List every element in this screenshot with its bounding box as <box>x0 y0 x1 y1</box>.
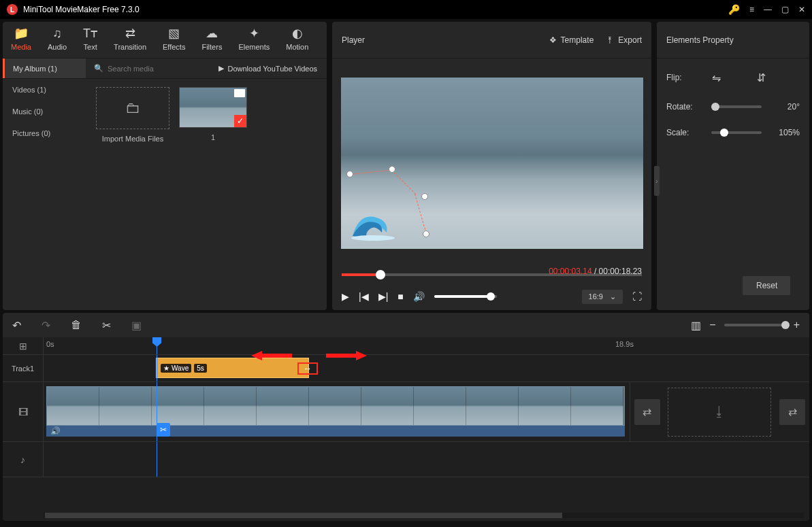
minimize-icon[interactable]: — <box>764 5 772 14</box>
timeline-toolbar: ↶ ↷ 🗑 ✂ ▣ ▥ − + <box>3 313 809 337</box>
app-title: MiniTool MovieMaker Free 7.3.0 <box>23 5 140 14</box>
rotate-slider[interactable] <box>711 105 762 108</box>
property-title: Elements Property <box>657 22 809 58</box>
media-thumbnail[interactable]: ✓ 1 <box>179 87 247 141</box>
rotate-value: 20° <box>773 102 800 112</box>
motion-keyframe[interactable] <box>346 171 353 177</box>
aspect-ratio-select[interactable]: 16:9⌄ <box>582 290 623 304</box>
seek-thumb[interactable] <box>376 270 385 279</box>
player-panel: Player ❖Template ⭱Export <box>332 22 651 310</box>
wave-sticker-icon[interactable] <box>349 205 398 241</box>
tab-media[interactable]: 📁Media <box>3 22 39 58</box>
music-icon: ♫ <box>52 27 62 40</box>
tab-filters[interactable]: ☁Filters <box>193 22 230 58</box>
video-type-icon <box>234 89 245 97</box>
playhead-line <box>157 355 157 381</box>
effects-icon: ▧ <box>168 27 180 40</box>
crop-button[interactable]: ▣ <box>131 319 142 332</box>
redo-button[interactable]: ↷ <box>42 319 50 332</box>
activate-icon[interactable]: 🔑 <box>728 4 740 15</box>
transition-after-button[interactable]: ⇄ <box>779 399 805 425</box>
reset-button[interactable]: Reset <box>743 276 790 295</box>
flip-horizontal-button[interactable]: ⇋ <box>706 69 726 86</box>
chevron-down-icon: ⌄ <box>610 292 616 301</box>
tab-effects[interactable]: ▧Effects <box>155 22 193 58</box>
menu-icon[interactable]: ≡ <box>749 5 754 14</box>
undo-button[interactable]: ↶ <box>12 319 21 332</box>
time-display: 00:00:03.14 / 00:00:18.23 <box>549 267 642 276</box>
timeline-scrollbar[interactable] <box>44 513 804 518</box>
split-button[interactable]: ✂ <box>102 319 111 332</box>
preview-canvas[interactable] <box>341 78 643 249</box>
delete-button[interactable]: 🗑 <box>71 319 82 331</box>
transition-icon: ⇄ <box>125 27 135 40</box>
export-button[interactable]: ⭱Export <box>606 35 642 45</box>
layers-icon: ❖ <box>549 35 557 45</box>
timeline: ⊞ 0s 18.9s Track1 ★ Wave 5s ↔ 🎞 🔊 <box>3 337 809 521</box>
volume-icon[interactable]: 🔊 <box>413 291 425 302</box>
audio-track-icon: ♪ <box>3 442 44 477</box>
clip-audio-strip[interactable]: 🔊 <box>46 426 625 437</box>
playhead-line <box>157 442 157 477</box>
flip-vertical-button[interactable]: ⇵ <box>751 69 771 86</box>
tab-elements[interactable]: ✦Elements <box>230 22 278 58</box>
scale-slider[interactable] <box>711 131 762 134</box>
player-title: Player <box>342 35 365 45</box>
close-icon[interactable]: ✕ <box>798 5 805 14</box>
zoom-slider[interactable] <box>724 324 785 326</box>
instruction-arrow-right <box>326 351 367 358</box>
folder-icon: 📁 <box>14 27 29 40</box>
media-panel: 📁Media ♫Audio TᴛText ⇄Transition ▧Effect… <box>3 22 327 310</box>
zoom-in-button[interactable]: + <box>794 319 800 331</box>
next-frame-button[interactable]: ▶| <box>378 291 389 302</box>
motion-path <box>391 170 416 194</box>
play-button[interactable]: ▶ <box>342 291 349 302</box>
side-videos[interactable]: Videos (1) <box>3 79 88 101</box>
youtube-icon: ▶ <box>218 64 224 73</box>
tab-text[interactable]: TᴛText <box>75 22 105 58</box>
search-input[interactable]: 🔍Search media <box>86 58 218 78</box>
motion-keyframe[interactable] <box>389 166 395 173</box>
maximize-icon[interactable]: ▢ <box>781 5 789 14</box>
drop-media-zone[interactable]: ⭳ <box>668 388 771 437</box>
motion-keyframe[interactable] <box>423 231 429 237</box>
time-ruler[interactable]: 0s 18.9s <box>44 337 809 354</box>
scale-label: Scale: <box>666 128 700 137</box>
speaker-icon: 🔊 <box>50 426 61 436</box>
split-marker-icon[interactable]: ✂ <box>157 423 170 437</box>
add-track-button[interactable]: ⊞ <box>3 337 44 354</box>
app-logo: L <box>7 4 18 15</box>
check-icon: ✓ <box>234 115 246 127</box>
thumb-label: 1 <box>179 133 247 141</box>
template-button[interactable]: ❖Template <box>549 35 594 45</box>
video-track-icon: 🎞 <box>3 382 44 441</box>
volume-slider[interactable] <box>434 295 497 298</box>
svg-marker-1 <box>251 351 292 360</box>
stop-button[interactable]: ■ <box>397 291 403 302</box>
rotate-label: Rotate: <box>666 102 700 112</box>
search-icon: 🔍 <box>94 64 103 73</box>
video-clip[interactable] <box>46 386 625 426</box>
motion-keyframe[interactable] <box>421 193 428 200</box>
filters-icon: ☁ <box>206 27 218 40</box>
zoom-out-button[interactable]: − <box>709 319 715 331</box>
side-music[interactable]: Music (0) <box>3 101 88 122</box>
export-icon: ⭱ <box>606 35 614 45</box>
transition-before-button[interactable]: ⇄ <box>634 399 660 425</box>
side-pictures[interactable]: Pictures (0) <box>3 122 88 144</box>
download-youtube-button[interactable]: ▶Download YouTube Videos <box>218 58 327 78</box>
tab-motion[interactable]: ◐Motion <box>278 22 316 58</box>
tab-audio[interactable]: ♫Audio <box>39 22 75 58</box>
panel-collapse-handle[interactable]: › <box>654 166 660 196</box>
clip-resize-handle[interactable]: ↔ <box>297 362 318 375</box>
fit-zoom-button[interactable]: ▥ <box>691 319 701 332</box>
my-album-tab[interactable]: My Album (1) <box>3 58 86 78</box>
seek-progress <box>342 273 380 276</box>
tab-transition[interactable]: ⇄Transition <box>105 22 155 58</box>
import-media-button[interactable]: 🗀 <box>96 87 169 129</box>
fullscreen-button[interactable]: ⛶ <box>632 291 642 302</box>
playhead[interactable] <box>157 337 157 354</box>
import-label: Import Media Files <box>96 135 169 143</box>
sticker-clip[interactable]: ★ Wave 5s ↔ <box>156 358 309 378</box>
prev-frame-button[interactable]: |◀ <box>359 291 369 302</box>
